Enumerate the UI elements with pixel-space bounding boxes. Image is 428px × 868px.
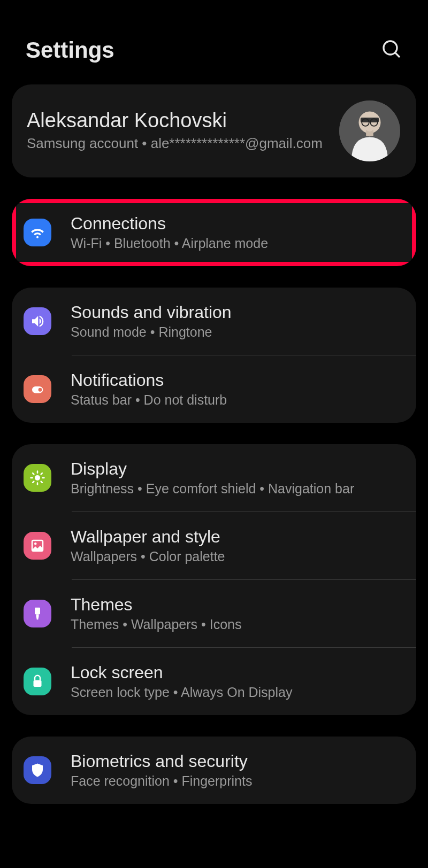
row-subtitle: Themes • Wallpapers • Icons — [71, 617, 406, 632]
settings-group: Sounds and vibration Sound mode • Ringto… — [12, 288, 416, 423]
settings-group: Connections Wi-Fi • Bluetooth • Airplane… — [12, 199, 416, 266]
row-text: Lock screen Screen lock type • Always On… — [71, 663, 406, 700]
settings-group: Display Brightness • Eye comfort shield … — [12, 444, 416, 715]
row-title: Connections — [71, 214, 406, 234]
settings-row-biometrics[interactable]: Biometrics and security Face recognition… — [12, 737, 416, 804]
row-subtitle: Status bar • Do not disturb — [71, 392, 406, 408]
header: Settings — [0, 0, 428, 84]
row-subtitle: Brightness • Eye comfort shield • Naviga… — [71, 481, 406, 497]
search-button[interactable] — [381, 38, 402, 62]
row-text: Biometrics and security Face recognition… — [71, 751, 406, 789]
row-text: Sounds and vibration Sound mode • Ringto… — [71, 303, 406, 340]
bell-icon — [24, 375, 51, 403]
row-title: Biometrics and security — [71, 751, 406, 771]
row-title: Wallpaper and style — [71, 527, 406, 547]
account-text: Aleksandar Kochovski Samsung account • a… — [27, 109, 330, 153]
row-text: Notifications Status bar • Do not distur… — [71, 370, 406, 408]
row-title: Lock screen — [71, 663, 406, 683]
brush-icon — [24, 600, 51, 627]
row-subtitle: Wallpapers • Color palette — [71, 549, 406, 564]
sound-icon — [24, 307, 51, 335]
row-text: Wallpaper and style Wallpapers • Color p… — [71, 527, 406, 564]
settings-group: Biometrics and security Face recognition… — [12, 737, 416, 804]
image-icon — [24, 532, 51, 560]
svg-line-1 — [395, 53, 400, 57]
page-title: Settings — [26, 37, 114, 63]
row-subtitle: Sound mode • Ringtone — [71, 324, 406, 340]
search-icon — [381, 38, 402, 60]
account-name: Aleksandar Kochovski — [27, 109, 330, 132]
row-text: Connections Wi-Fi • Bluetooth • Airplane… — [71, 214, 406, 251]
row-title: Sounds and vibration — [71, 303, 406, 322]
account-card[interactable]: Aleksandar Kochovski Samsung account • a… — [12, 84, 416, 177]
row-subtitle: Wi-Fi • Bluetooth • Airplane mode — [71, 236, 406, 251]
settings-row-display[interactable]: Display Brightness • Eye comfort shield … — [12, 444, 416, 511]
svg-point-0 — [384, 41, 397, 55]
avatar-icon — [339, 100, 400, 161]
account-row[interactable]: Aleksandar Kochovski Samsung account • a… — [12, 84, 416, 177]
sun-icon — [24, 464, 51, 492]
row-title: Notifications — [71, 370, 406, 390]
row-text: Themes Themes • Wallpapers • Icons — [71, 595, 406, 632]
lock-icon — [24, 668, 51, 695]
row-title: Display — [71, 459, 406, 479]
row-text: Display Brightness • Eye comfort shield … — [71, 459, 406, 497]
avatar — [339, 100, 400, 161]
settings-row-lockscreen[interactable]: Lock screen Screen lock type • Always On… — [12, 648, 416, 715]
row-subtitle: Screen lock type • Always On Display — [71, 685, 406, 700]
account-subtitle: Samsung account • ale**************@gmai… — [27, 134, 330, 153]
settings-row-themes[interactable]: Themes Themes • Wallpapers • Icons — [12, 580, 416, 647]
row-subtitle: Face recognition • Fingerprints — [71, 773, 406, 789]
settings-row-wallpaper[interactable]: Wallpaper and style Wallpapers • Color p… — [12, 512, 416, 579]
settings-row-notifications[interactable]: Notifications Status bar • Do not distur… — [12, 355, 416, 423]
row-title: Themes — [71, 595, 406, 615]
settings-row-connections[interactable]: Connections Wi-Fi • Bluetooth • Airplane… — [12, 199, 416, 266]
shield-icon — [24, 756, 51, 784]
settings-row-sounds[interactable]: Sounds and vibration Sound mode • Ringto… — [12, 288, 416, 355]
wifi-icon — [24, 219, 51, 246]
